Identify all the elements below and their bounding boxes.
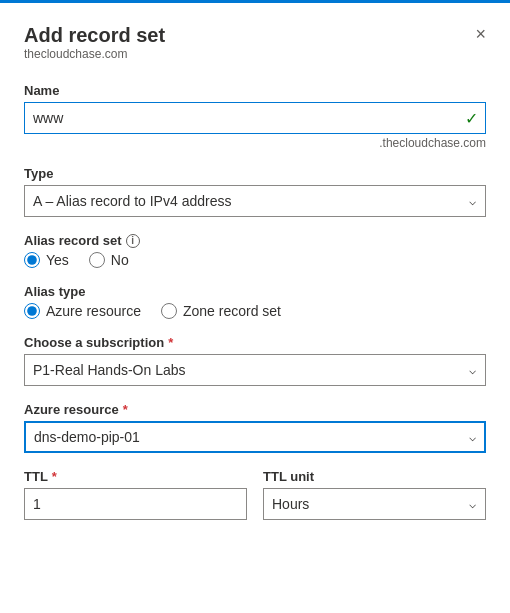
name-field-group: Name ✓ .thecloudchase.com (24, 83, 486, 150)
name-input[interactable] (24, 102, 486, 134)
alias-type-radios: Azure resource Zone record set (24, 303, 486, 319)
azure-resource-label: Azure resource * (24, 402, 486, 417)
alias-zone-record-set-option[interactable]: Zone record set (161, 303, 281, 319)
ttl-unit-select-wrapper: Hours Seconds Minutes Days ⌵ (263, 488, 486, 520)
ttl-row: TTL * TTL unit Hours Seconds Minutes Day… (24, 469, 486, 536)
subscription-label: Choose a subscription * (24, 335, 486, 350)
type-label: Type (24, 166, 486, 181)
ttl-input[interactable] (24, 488, 247, 520)
subscription-select-wrapper: P1-Real Hands-On Labs ⌵ (24, 354, 486, 386)
alias-type-label: Alias type (24, 284, 486, 299)
alias-no-option[interactable]: No (89, 252, 129, 268)
alias-record-set-label: Alias record set i (24, 233, 486, 248)
azure-resource-required-star: * (123, 402, 128, 417)
alias-no-label: No (111, 252, 129, 268)
alias-yes-radio[interactable] (24, 252, 40, 268)
ttl-required-star: * (52, 469, 57, 484)
ttl-label: TTL * (24, 469, 247, 484)
ttl-unit-field-group: TTL unit Hours Seconds Minutes Days ⌵ (263, 469, 486, 520)
alias-yes-label: Yes (46, 252, 69, 268)
dialog-subtitle: thecloudchase.com (24, 47, 165, 61)
azure-resource-select[interactable]: dns-demo-pip-01 (24, 421, 486, 453)
close-button[interactable]: × (475, 25, 486, 43)
info-icon[interactable]: i (126, 234, 140, 248)
alias-record-set-group: Alias record set i Yes No (24, 233, 486, 268)
alias-zone-record-set-radio[interactable] (161, 303, 177, 319)
subscription-field-group: Choose a subscription * P1-Real Hands-On… (24, 335, 486, 386)
alias-record-set-radios: Yes No (24, 252, 486, 268)
ttl-field-group: TTL * (24, 469, 247, 520)
name-input-wrapper: ✓ (24, 102, 486, 134)
alias-azure-resource-option[interactable]: Azure resource (24, 303, 141, 319)
ttl-unit-label: TTL unit (263, 469, 486, 484)
valid-icon: ✓ (465, 109, 478, 128)
ttl-unit-select[interactable]: Hours Seconds Minutes Days (263, 488, 486, 520)
dialog-title: Add record set (24, 23, 165, 47)
azure-resource-field-group: Azure resource * dns-demo-pip-01 ⌵ (24, 402, 486, 453)
type-field-group: Type A – Alias record to IPv4 address ⌵ (24, 166, 486, 217)
alias-no-radio[interactable] (89, 252, 105, 268)
add-record-set-dialog: Add record set thecloudchase.com × Name … (0, 0, 510, 560)
subscription-select[interactable]: P1-Real Hands-On Labs (24, 354, 486, 386)
alias-azure-resource-radio[interactable] (24, 303, 40, 319)
subscription-required-star: * (168, 335, 173, 350)
alias-type-group: Alias type Azure resource Zone record se… (24, 284, 486, 319)
alias-azure-resource-label: Azure resource (46, 303, 141, 319)
name-label: Name (24, 83, 486, 98)
domain-suffix: .thecloudchase.com (24, 136, 486, 150)
ttl-input-wrapper (24, 488, 247, 520)
alias-yes-option[interactable]: Yes (24, 252, 69, 268)
type-select[interactable]: A – Alias record to IPv4 address (24, 185, 486, 217)
dialog-title-block: Add record set thecloudchase.com (24, 23, 165, 79)
alias-zone-record-set-label: Zone record set (183, 303, 281, 319)
dialog-header: Add record set thecloudchase.com × (24, 23, 486, 79)
type-select-wrapper: A – Alias record to IPv4 address ⌵ (24, 185, 486, 217)
azure-resource-select-wrapper: dns-demo-pip-01 ⌵ (24, 421, 486, 453)
